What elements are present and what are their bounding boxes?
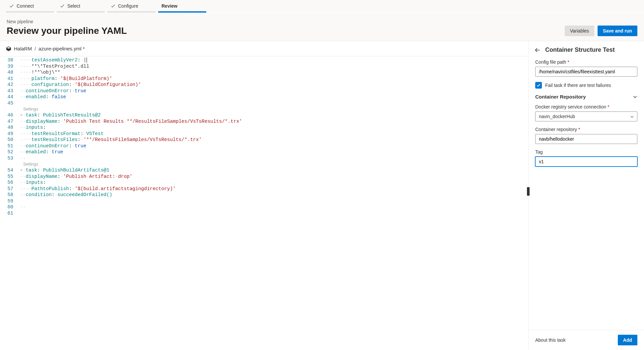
line-number: 54 <box>0 167 18 174</box>
line-number: 46 <box>0 112 18 118</box>
line-number: 45 <box>0 100 18 106</box>
line-number: 57 <box>0 186 18 192</box>
page-title: Review your pipeline YAML <box>7 26 127 36</box>
code-line[interactable]: 41····platform:·'$(BuildPlatform)' <box>0 76 528 82</box>
code-lens-settings[interactable]: Settings <box>0 161 528 167</box>
line-number: 43 <box>0 88 18 94</box>
editor-pane: HalaRM / azure-pipelines.yml * 38····tes… <box>0 41 529 350</box>
wizard-step-label: Configure <box>118 3 138 9</box>
line-number: 40 <box>0 69 18 76</box>
line-number: 41 <box>0 76 18 82</box>
wizard-step-label: Select <box>67 3 80 9</box>
back-arrow-icon[interactable] <box>535 47 541 53</box>
code-line[interactable]: 49····testResultsFormat:·VSTest <box>0 131 528 137</box>
checkmark-icon <box>60 4 65 8</box>
yaml-editor[interactable]: 38····testAssemblyVer2:·|39····**\*TestP… <box>0 56 528 350</box>
code-line[interactable]: 47··displayName:·'Publish·Test·Results·*… <box>0 118 528 125</box>
config-path-input[interactable] <box>535 67 637 77</box>
repo-input[interactable] <box>535 134 637 144</box>
tag-label: Tag <box>535 149 637 155</box>
code-line[interactable]: 56··inputs: <box>0 179 528 186</box>
wizard-steps: ConnectSelectConfigureReview <box>0 0 644 13</box>
add-button[interactable]: Add <box>618 335 637 345</box>
code-line[interactable]: 46-·task:·PublishTestResults@2 <box>0 112 528 118</box>
container-repository-section[interactable]: Container Repository <box>535 94 637 100</box>
breadcrumb-file[interactable]: azure-pipelines.yml * <box>38 46 85 51</box>
line-number: 42 <box>0 82 18 88</box>
code-line[interactable]: 52··enabled:·true <box>0 149 528 155</box>
code-line[interactable]: 54-·task:·PublishBuildArtifacts@1 <box>0 167 528 174</box>
checkmark-icon <box>9 4 14 8</box>
variables-button[interactable]: Variables <box>565 26 594 36</box>
code-line[interactable]: 60·· <box>0 204 528 210</box>
wizard-step-review[interactable]: Review <box>158 0 206 13</box>
vertical-resizer-handle[interactable] <box>527 187 530 196</box>
line-number: 50 <box>0 137 18 143</box>
repo-icon <box>6 46 11 51</box>
breadcrumb-repo[interactable]: HalaRM <box>14 46 32 51</box>
line-number: 49 <box>0 131 18 137</box>
chevron-down-icon <box>633 95 637 99</box>
code-line[interactable]: 48··inputs: <box>0 124 528 131</box>
code-line[interactable]: 57····PathtoPublish:·'$(build.artifactst… <box>0 186 528 192</box>
about-task-link[interactable]: About this task <box>535 337 566 343</box>
registry-label: Docker registry service connection * <box>535 104 637 109</box>
code-line[interactable]: 38····testAssemblyVer2:·| <box>0 57 528 63</box>
task-assistant-panel: Container Structure Test Config file pat… <box>529 41 644 350</box>
config-path-label: Config file path * <box>535 59 637 65</box>
code-line[interactable]: 39····**\*TestProject*.dll <box>0 63 528 70</box>
task-title: Container Structure Test <box>545 46 615 53</box>
wizard-step-select[interactable]: Select <box>57 0 105 13</box>
line-number: 59 <box>0 198 18 204</box>
code-line[interactable]: 58··condition:·succeededOrFailed() <box>0 192 528 198</box>
checkmark-icon <box>111 4 115 8</box>
code-line[interactable]: 44··enabled:·false <box>0 94 528 100</box>
breadcrumb-separator: / <box>34 46 36 51</box>
code-line[interactable]: 45 <box>0 100 528 106</box>
line-number: 60 <box>0 204 18 210</box>
title-bar: New pipeline Review your pipeline YAML V… <box>0 13 644 41</box>
line-number: 38 <box>0 57 18 63</box>
line-number: 53 <box>0 155 18 162</box>
line-number: 48 <box>0 124 18 131</box>
fail-on-failures-checkbox[interactable] <box>535 82 542 89</box>
code-line[interactable]: 51··continueOnError:·true <box>0 143 528 149</box>
code-line[interactable]: 42····configuration:·'$(BuildConfigurati… <box>0 82 528 88</box>
breadcrumb: HalaRM / azure-pipelines.yml * <box>0 41 528 56</box>
line-number: 44 <box>0 94 18 100</box>
wizard-step-label: Connect <box>17 3 34 9</box>
wizard-step-label: Review <box>161 3 177 9</box>
line-number: 61 <box>0 210 18 217</box>
line-number: 55 <box>0 174 18 180</box>
line-number: 56 <box>0 179 18 186</box>
page-subtitle: New pipeline <box>7 19 127 24</box>
line-number: 58 <box>0 192 18 198</box>
tag-input[interactable] <box>535 157 637 167</box>
save-and-run-button[interactable]: Save and run <box>598 26 637 36</box>
line-number: 51 <box>0 143 18 149</box>
code-line[interactable]: 55··displayName:·'Publish·Artifact:·drop… <box>0 174 528 180</box>
line-number: 52 <box>0 149 18 155</box>
code-line[interactable]: 43··continueOnError:·true <box>0 88 528 94</box>
fail-on-failures-label: Fail task if there are test failures <box>545 83 611 88</box>
code-line[interactable]: 53·· <box>0 155 528 162</box>
registry-select[interactable]: navin_dockerHub <box>535 111 637 121</box>
code-line[interactable]: 61 <box>0 210 528 217</box>
repo-label: Container repository * <box>535 127 637 132</box>
line-number: 39 <box>0 63 18 70</box>
code-line[interactable]: 59 <box>0 198 528 204</box>
code-line[interactable]: 40····!**\obj\** <box>0 69 528 76</box>
code-lens-settings[interactable]: Settings <box>0 106 528 112</box>
wizard-step-configure[interactable]: Configure <box>107 0 156 13</box>
code-line[interactable]: 50····testResultsFiles:·'**/ResultsFileS… <box>0 137 528 143</box>
wizard-step-connect[interactable]: Connect <box>6 0 54 13</box>
line-number: 47 <box>0 118 18 125</box>
